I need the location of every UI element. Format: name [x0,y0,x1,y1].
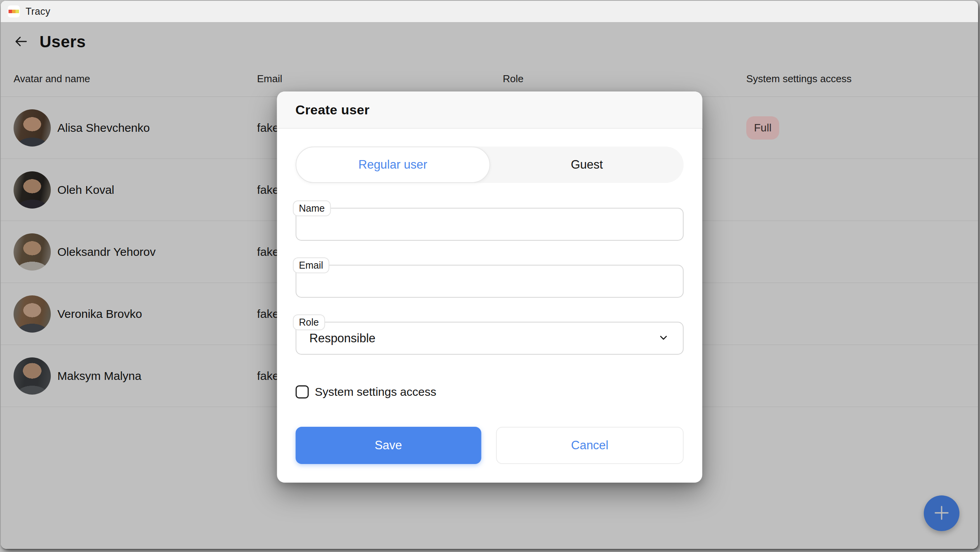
email-field-label: Email [293,257,330,273]
logo-yellow-square [16,10,19,13]
name-field-group: Name [295,208,683,241]
chevron-down-icon [657,331,669,345]
window-titlebar[interactable]: Tracy [1,1,978,22]
tab-regular-user[interactable]: Regular user [295,147,490,183]
name-input[interactable] [295,208,683,241]
dialog-actions: Save Cancel [295,427,683,464]
system-settings-access-row: System settings access [295,384,683,400]
cancel-button[interactable]: Cancel [496,427,684,464]
tab-guest[interactable]: Guest [490,147,684,183]
dialog-title: Create user [295,102,370,117]
app-logo-icon [8,5,20,17]
logo-orange-square [12,10,16,13]
user-type-tabs: Regular user Guest [295,147,683,183]
role-selected-value: Responsible [309,331,376,345]
email-input[interactable] [295,265,683,298]
create-user-dialog: Create user Regular user Guest Name Emai… [277,91,702,483]
dialog-header: Create user [277,91,702,129]
dialog-body: Regular user Guest Name Email Role Respo… [277,147,702,483]
system-settings-checkbox-label: System settings access [315,385,436,398]
users-page: Users Avatar and name Email Role System … [1,22,978,549]
name-field-label: Name [293,200,331,216]
email-field-group: Email [295,265,683,298]
logo-red-square [9,10,12,13]
save-button[interactable]: Save [295,427,481,464]
app-title: Tracy [26,6,50,17]
app-window: Tracy Users Avatar and name Email Role S… [1,1,978,549]
role-select[interactable]: Responsible [295,322,683,355]
role-field-group: Role Responsible [295,322,683,355]
system-settings-checkbox[interactable] [295,385,309,398]
role-field-label: Role [293,314,325,330]
